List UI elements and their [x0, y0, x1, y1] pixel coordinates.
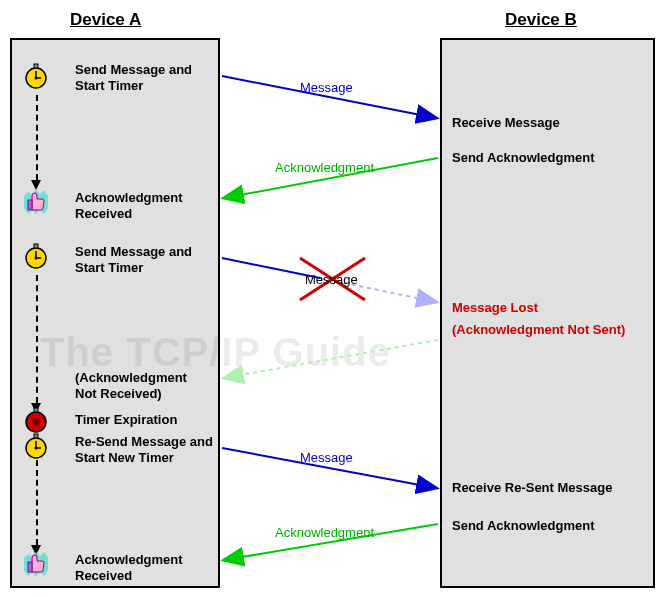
svg-point-14 [32, 418, 40, 426]
arrow-label-msg3: Message [300, 450, 353, 465]
timer-expired-icon [22, 406, 50, 434]
step-a-ack2: Acknowledgment Received [75, 552, 205, 583]
timeline-a-seg1 [36, 95, 38, 180]
step-a-send1: Send Message and Start Timer [75, 62, 205, 93]
stopwatch-icon [22, 432, 50, 460]
step-b-notsent: (Acknowledgment Not Sent) [452, 322, 632, 338]
step-b-sendack1: Send Acknowledgment [452, 150, 632, 166]
step-a-ack1: Acknowledgment Received [75, 190, 205, 221]
device-b-header: Device B [505, 10, 577, 30]
device-a-column [10, 38, 220, 588]
arrow-label-ack1: Acknowledgment [275, 160, 374, 175]
watermark-text: The TCP/IP Guide [40, 330, 391, 375]
thumbs-up-icon [22, 188, 50, 216]
arrow-label-msg1: Message [300, 80, 353, 95]
svg-point-11 [35, 257, 38, 260]
timeline-a-seg2 [36, 275, 38, 403]
step-a-notreceived: (Acknowledgment Not Received) [75, 370, 205, 401]
arrow-label-msg2: Message [305, 272, 358, 287]
stopwatch-icon [22, 242, 50, 270]
timeline-a-seg3 [36, 460, 38, 545]
device-a-header: Device A [70, 10, 141, 30]
svg-rect-13 [34, 408, 38, 412]
svg-rect-21 [28, 562, 32, 572]
step-b-recv1: Receive Message [452, 115, 632, 131]
stopwatch-icon [22, 62, 50, 90]
thumbs-up-icon [22, 550, 50, 578]
svg-point-19 [35, 447, 38, 450]
step-b-lost: Message Lost [452, 300, 632, 316]
step-a-send2: Send Message and Start Timer [75, 244, 205, 275]
step-b-sendack2: Send Acknowledgment [452, 518, 632, 534]
svg-rect-6 [28, 200, 32, 210]
arrow-label-ack3: Acknowledgment [275, 525, 374, 540]
svg-point-4 [35, 77, 38, 80]
step-a-resend: Re-Send Message and Start New Timer [75, 434, 215, 465]
step-b-recvresent: Receive Re-Sent Message [452, 480, 632, 496]
svg-rect-1 [34, 64, 38, 68]
svg-rect-8 [34, 244, 38, 248]
step-a-timerexp: Timer Expiration [75, 412, 205, 428]
svg-rect-16 [34, 434, 38, 438]
